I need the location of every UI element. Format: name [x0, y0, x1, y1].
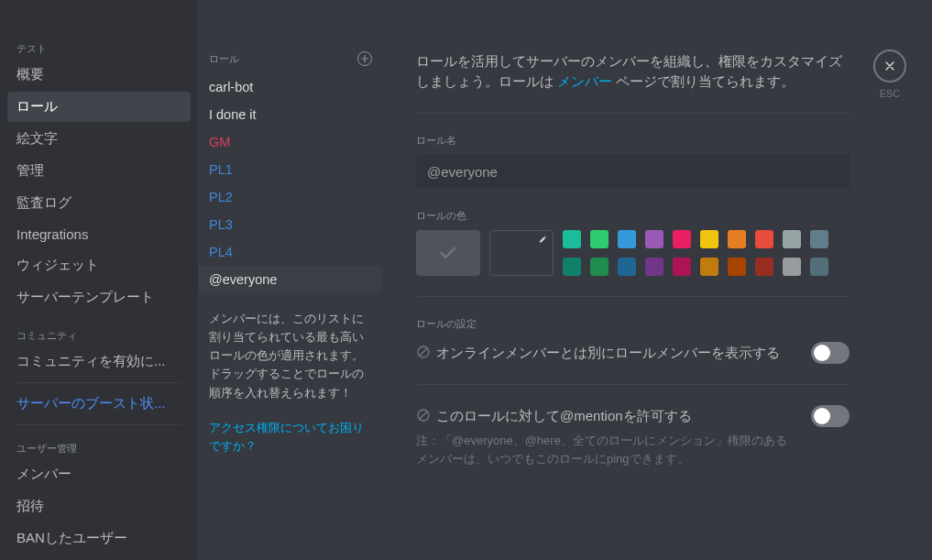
- roles-help-text: メンバーには、このリストに割り当てられている最も高いロールの色が適用されます。ド…: [198, 293, 381, 410]
- nav-enable-community[interactable]: コミュニティを有効に...: [7, 346, 191, 377]
- nav-emoji[interactable]: 絵文字: [7, 124, 191, 154]
- section-header-server: テスト: [7, 37, 191, 60]
- color-swatch[interactable]: [783, 230, 801, 248]
- color-swatch[interactable]: [755, 258, 773, 276]
- color-swatch[interactable]: [673, 258, 691, 276]
- roles-list-column: ロール carl-botI done itGMPL1PL2PL3PL4@ever…: [198, 0, 381, 560]
- default-color-swatch[interactable]: [416, 230, 480, 276]
- divider: [16, 424, 181, 425]
- color-swatch[interactable]: [810, 258, 828, 276]
- color-swatch[interactable]: [810, 230, 828, 248]
- close-button[interactable]: [873, 49, 906, 82]
- role-item[interactable]: PL2: [198, 183, 381, 211]
- custom-color-button[interactable]: [489, 230, 554, 276]
- role-item[interactable]: carl-bot: [198, 73, 381, 101]
- permissions-help-link[interactable]: アクセス権限についてお困りですか？: [198, 410, 381, 456]
- role-item[interactable]: PL3: [198, 211, 381, 238]
- section-header-user-mgmt: ユーザー管理: [7, 436, 191, 459]
- toggle-display-separately[interactable]: [811, 342, 850, 364]
- nav-members[interactable]: メンバー: [7, 459, 191, 489]
- color-swatch[interactable]: [645, 258, 663, 276]
- esc-label: ESC: [873, 88, 906, 99]
- nav-moderation[interactable]: 管理: [7, 156, 191, 186]
- close-icon: [883, 59, 897, 73]
- role-item[interactable]: GM: [198, 128, 381, 156]
- color-swatch[interactable]: [618, 230, 636, 248]
- setting-mention-text: このロールに対して@mentionを許可する: [436, 405, 692, 426]
- check-icon: [438, 243, 458, 263]
- color-picker: [416, 230, 850, 276]
- deny-icon: [416, 408, 431, 423]
- divider: [416, 296, 850, 297]
- nav-integrations[interactable]: Integrations: [7, 220, 191, 248]
- color-swatch[interactable]: [645, 230, 663, 248]
- settings-sidebar: テスト 概要 ロール 絵文字 管理 監査ログ Integrations ウィジェ…: [0, 0, 198, 560]
- roles-header-label: ロール: [209, 52, 239, 66]
- color-swatch[interactable]: [673, 230, 691, 248]
- color-swatch[interactable]: [783, 258, 801, 276]
- eyedropper-icon: [537, 235, 548, 248]
- setting-display-separately: オンラインメンバーとは別にロールメンバーを表示する: [416, 342, 850, 364]
- color-swatch[interactable]: [755, 230, 773, 248]
- role-item[interactable]: PL1: [198, 156, 381, 183]
- role-settings-label: ロールの設定: [416, 317, 850, 331]
- svg-line-1: [420, 348, 427, 356]
- role-item[interactable]: I done it: [198, 101, 381, 128]
- section-header-community: コミュニティ: [7, 324, 191, 346]
- members-link[interactable]: メンバー: [557, 74, 616, 89]
- color-swatch[interactable]: [700, 230, 718, 248]
- setting-display-text: オンラインメンバーとは別にロールメンバーを表示する: [436, 342, 780, 363]
- intro-after: ページで割り当てられます。: [616, 74, 795, 89]
- color-swatch[interactable]: [728, 230, 746, 248]
- plus-icon: [361, 55, 368, 62]
- nav-bans[interactable]: BANしたユーザー: [7, 523, 191, 554]
- nav-widget[interactable]: ウィジェット: [7, 250, 191, 280]
- toggle-allow-mention[interactable]: [811, 405, 850, 427]
- setting-mention-note: 注：「@everyone、@here、全てのロールにメンション」権限のあるメンバ…: [416, 432, 793, 468]
- setting-allow-mention: このロールに対して@mentionを許可する 注：「@everyone、@her…: [416, 405, 850, 469]
- role-settings-content: ロールを活用してサーバーのメンバーを組織し、権限をカスタマイズしましょう。ロール…: [381, 0, 932, 560]
- color-swatch[interactable]: [563, 230, 581, 248]
- svg-line-3: [420, 412, 427, 419]
- role-item[interactable]: PL4: [198, 238, 381, 266]
- role-name-label: ロール名: [416, 134, 850, 148]
- role-name-input[interactable]: [416, 155, 850, 189]
- divider: [16, 382, 181, 383]
- color-swatch[interactable]: [590, 230, 609, 248]
- nav-server-template[interactable]: サーバーテンプレート: [7, 282, 191, 313]
- color-swatch[interactable]: [590, 258, 609, 276]
- nav-roles[interactable]: ロール: [7, 92, 191, 122]
- nav-server-boost[interactable]: サーバーのブースト状...: [7, 389, 191, 419]
- divider: [416, 113, 850, 114]
- color-swatch-grid: [563, 230, 828, 276]
- deny-icon: [416, 345, 431, 359]
- color-swatch[interactable]: [563, 258, 581, 276]
- role-item[interactable]: @everyone: [198, 266, 381, 293]
- nav-audit-log[interactable]: 監査ログ: [7, 188, 191, 218]
- role-color-label: ロールの色: [416, 209, 850, 223]
- divider: [416, 384, 850, 385]
- color-swatch[interactable]: [700, 258, 718, 276]
- color-swatch[interactable]: [618, 258, 636, 276]
- nav-overview[interactable]: 概要: [7, 60, 191, 90]
- nav-invites[interactable]: 招待: [7, 491, 191, 522]
- intro-text: ロールを活用してサーバーのメンバーを組織し、権限をカスタマイズしましょう。ロール…: [416, 51, 850, 93]
- add-role-button[interactable]: [357, 51, 372, 66]
- color-swatch[interactable]: [728, 258, 746, 276]
